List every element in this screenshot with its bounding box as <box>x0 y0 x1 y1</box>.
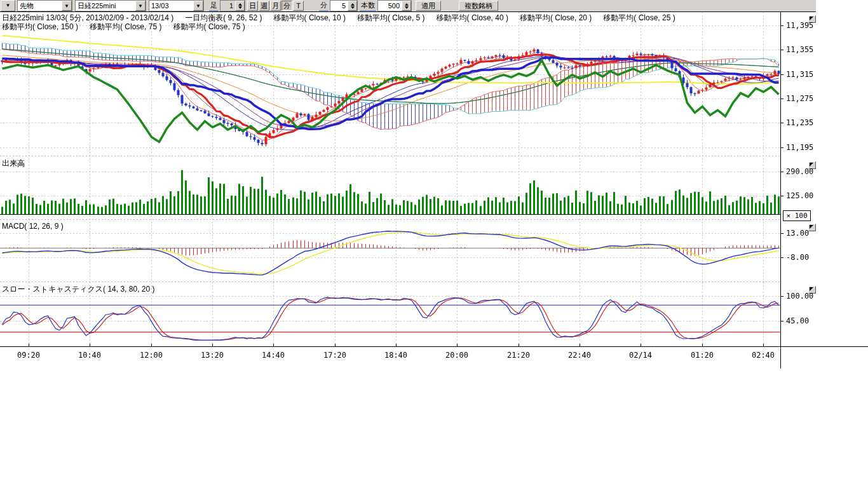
legend-item: 移動平均( Close, 5 ) <box>357 13 425 24</box>
symbol-combobox[interactable]: 日経225mini ▼ <box>75 0 146 11</box>
legend-line-2: 移動平均( Close, 150 )移動平均( Close, 75 )移動平均(… <box>2 22 245 32</box>
product-combobox[interactable]: 先物 ▼ <box>17 0 72 11</box>
time-tick-label: 09:20 <box>15 351 43 360</box>
bar-count-stepper[interactable]: 500 <box>377 0 412 11</box>
volume-panel-label: 出来高 <box>2 158 25 169</box>
chevron-down-icon[interactable]: ▼ <box>62 1 72 11</box>
volume-multiplier-badge: × 100 <box>783 210 811 221</box>
apply-button[interactable]: 適用 <box>416 1 441 11</box>
price-tick-label: 11,195 <box>786 143 831 152</box>
period-button-0[interactable]: 日 <box>247 1 258 11</box>
price-tick-label: 11,395 <box>786 21 831 30</box>
multi-symbol-button[interactable]: 複数銘柄 <box>459 1 498 11</box>
macd-tick-label: 13.00 <box>786 229 831 238</box>
bar-count-label: 本数 <box>360 1 376 11</box>
bar-type-label: 足 <box>209 1 219 11</box>
trading-app-window: ▼ 先物 ▼ 日経225mini ▼ 13/03 ▼ 足 1 日週月分T 分 5… <box>0 0 868 488</box>
time-tick-label: 12:00 <box>137 351 165 360</box>
chevron-down-icon[interactable]: ▼ <box>135 1 146 11</box>
bar-interval-value: 1 <box>227 2 235 10</box>
time-tick-label: 13:20 <box>198 351 226 360</box>
time-tick-label: 18:40 <box>382 351 410 360</box>
time-tick-label: 20:00 <box>443 351 471 360</box>
symbol-combobox-value: 日経225mini <box>76 1 118 11</box>
stoch-tick-label: 45.00 <box>786 316 831 325</box>
macd-panel-label: MACD( 12, 26, 9 ) <box>2 222 64 231</box>
minute-stepper[interactable]: 5 <box>330 0 358 11</box>
price-tick-label: 11,355 <box>786 45 831 54</box>
toolbar: ▼ 先物 ▼ 日経225mini ▼ 13/03 ▼ 足 1 日週月分T 分 5… <box>0 0 816 12</box>
volume-tick-label: 125.00 <box>786 191 831 200</box>
spinner-icon[interactable] <box>348 1 357 11</box>
spinner-icon[interactable] <box>402 1 411 11</box>
legend-item: 移動平均( Close, 75 ) <box>173 22 245 32</box>
macd-tick-label: -8.00 <box>786 253 831 262</box>
time-tick-label: 17:20 <box>321 351 349 360</box>
time-tick-label: 02/14 <box>627 351 654 360</box>
time-tick-label: 10:40 <box>76 351 104 360</box>
chevron-down-icon[interactable]: ▼ <box>193 1 203 11</box>
spinner-icon[interactable] <box>235 1 245 11</box>
minute-label: 分 <box>319 1 329 11</box>
legend-item: 移動平均( Close, 75 ) <box>90 22 161 32</box>
period-button-1[interactable]: 週 <box>259 1 269 11</box>
stochastics-panel-label: スロー・ストキャスティクス( 14, 3, 80, 20 ) <box>2 284 154 295</box>
minute-value: 5 <box>340 2 348 10</box>
chevron-down-icon[interactable]: ▼ <box>1 0 15 11</box>
period-button-3[interactable]: 分 <box>281 1 292 11</box>
bar-count-value: 500 <box>386 2 402 10</box>
period-button-4[interactable]: T <box>293 1 304 11</box>
legend-item: 移動平均( Close, 25 ) <box>603 13 675 24</box>
price-tick-label: 11,315 <box>786 70 831 79</box>
chart-canvas <box>0 0 868 488</box>
price-tick-label: 11,275 <box>786 94 831 103</box>
price-tick-label: 11,235 <box>786 118 831 127</box>
time-tick-label: 14:40 <box>259 351 287 360</box>
time-tick-label: 21:20 <box>505 351 532 360</box>
volume-tick-label: 290.00 <box>786 167 831 176</box>
time-tick-label: 22:40 <box>566 351 593 360</box>
bar-interval-stepper[interactable]: 1 <box>220 0 245 11</box>
legend-item: 移動平均( Close, 20 ) <box>520 13 592 24</box>
time-tick-label: 02:40 <box>749 351 777 360</box>
period-button-group: 日週月分T <box>247 1 304 11</box>
product-combobox-value: 先物 <box>18 1 36 11</box>
period-button-2[interactable]: 月 <box>270 1 281 11</box>
legend-item: 移動平均( Close, 40 ) <box>437 13 508 24</box>
time-tick-label: 01:20 <box>688 351 716 360</box>
legend-item: 移動平均( Close, 10 ) <box>274 13 346 24</box>
stoch-tick-label: 100.00 <box>786 292 831 301</box>
legend-item: 移動平均( Close, 150 ) <box>2 22 78 32</box>
contract-month-combobox-value: 13/03 <box>149 2 171 10</box>
contract-month-combobox[interactable]: 13/03 ▼ <box>149 0 204 11</box>
